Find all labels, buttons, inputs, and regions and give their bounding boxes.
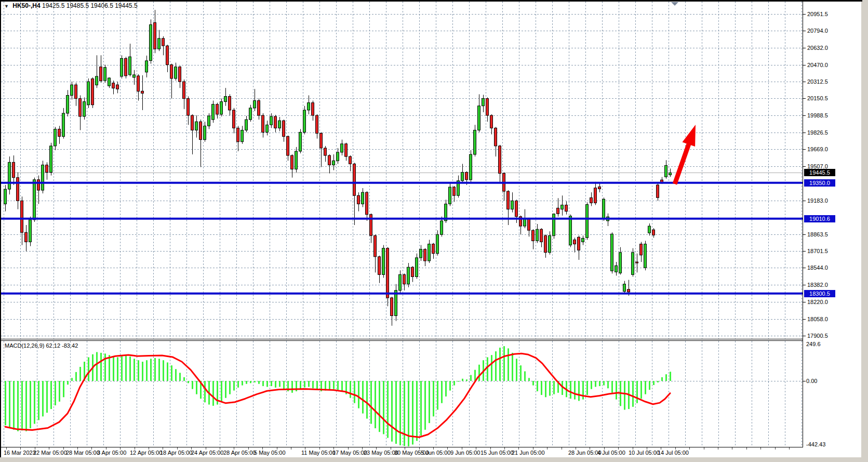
candle-bear[interactable]: [640, 244, 643, 255]
candle-bear[interactable]: [229, 96, 231, 110]
candle-bull[interactable]: [175, 67, 177, 78]
candle-bear[interactable]: [353, 164, 356, 195]
candle-bear[interactable]: [486, 99, 489, 115]
candle-bear[interactable]: [283, 121, 285, 136]
candle-bull[interactable]: [42, 165, 44, 190]
candle-bear[interactable]: [657, 185, 659, 197]
candle-bull[interactable]: [245, 120, 248, 130]
candle-bull[interactable]: [266, 125, 269, 132]
candle-bull[interactable]: [549, 235, 551, 252]
candle-bull[interactable]: [669, 173, 672, 175]
candle-bull[interactable]: [50, 146, 52, 173]
candle-bull[interactable]: [253, 101, 256, 108]
candle-bear[interactable]: [21, 201, 23, 232]
candle-bull[interactable]: [440, 221, 443, 234]
candle-bear[interactable]: [12, 162, 15, 177]
candle-bull[interactable]: [407, 267, 410, 284]
candle-bear[interactable]: [141, 91, 144, 93]
candle-bull[interactable]: [582, 238, 584, 242]
candle-bull[interactable]: [96, 76, 98, 85]
candle-bear[interactable]: [403, 274, 406, 284]
candle-bear[interactable]: [378, 257, 381, 274]
candle-bull[interactable]: [586, 204, 589, 237]
candle-bear[interactable]: [162, 38, 165, 46]
candle-bull[interactable]: [461, 173, 464, 181]
candle-bull[interactable]: [482, 99, 485, 106]
candle-bull[interactable]: [145, 61, 148, 72]
candle-bull[interactable]: [150, 25, 152, 61]
candle-bull[interactable]: [204, 126, 206, 139]
candle-bull[interactable]: [619, 253, 622, 273]
candle-bull[interactable]: [295, 151, 298, 169]
candle-bull[interactable]: [308, 103, 310, 110]
candle-bear[interactable]: [262, 115, 264, 132]
candle-bear[interactable]: [187, 99, 190, 115]
candle-bear[interactable]: [386, 248, 389, 298]
candle-bull[interactable]: [195, 122, 198, 130]
candle-bear[interactable]: [424, 249, 426, 261]
candle-bull[interactable]: [33, 180, 36, 220]
candle-bull[interactable]: [299, 132, 302, 151]
candle-bull[interactable]: [341, 144, 343, 152]
candle-bear[interactable]: [91, 79, 94, 105]
candle-bear[interactable]: [274, 116, 277, 128]
candle-bull[interactable]: [224, 96, 227, 101]
candle-bear[interactable]: [411, 267, 414, 276]
up-arrow-annotation[interactable]: [673, 125, 696, 185]
candle-bear[interactable]: [544, 235, 547, 252]
candle-bull[interactable]: [104, 68, 106, 81]
candle-bear[interactable]: [652, 230, 655, 235]
candle-bear[interactable]: [25, 232, 28, 242]
candle-bull[interactable]: [536, 229, 539, 241]
candle-bull[interactable]: [420, 249, 422, 258]
chart-shift-marker-icon[interactable]: [671, 2, 678, 6]
candle-bear[interactable]: [495, 128, 497, 146]
candle-bear[interactable]: [432, 244, 435, 254]
symbol-expander-icon[interactable]: ▼: [4, 4, 9, 9]
candle-bear[interactable]: [507, 191, 510, 209]
candle-bear[interactable]: [199, 122, 202, 139]
candle-bear[interactable]: [100, 67, 102, 81]
candle-bear[interactable]: [183, 82, 185, 98]
candle-bull[interactable]: [4, 189, 7, 204]
candle-bear[interactable]: [324, 148, 327, 155]
candle-bull[interactable]: [83, 102, 86, 116]
candle-bull[interactable]: [62, 113, 65, 137]
candle-bull[interactable]: [332, 161, 335, 165]
candle-bull[interactable]: [8, 162, 11, 189]
candle-bull[interactable]: [212, 104, 215, 120]
price-chart-canvas[interactable]: [1, 2, 803, 339]
candle-bull[interactable]: [632, 253, 634, 275]
candle-bear[interactable]: [79, 99, 82, 116]
candle-bear[interactable]: [233, 110, 235, 128]
candle-bear[interactable]: [216, 104, 219, 114]
candle-bear[interactable]: [528, 219, 530, 230]
candle-bull[interactable]: [54, 129, 57, 146]
candle-bull[interactable]: [474, 130, 476, 154]
candle-bull[interactable]: [278, 121, 281, 128]
candle-bull[interactable]: [66, 95, 69, 113]
candle-bull[interactable]: [553, 214, 555, 236]
candle-bear[interactable]: [557, 208, 559, 214]
candle-bull[interactable]: [436, 234, 439, 254]
candle-bear[interactable]: [320, 133, 323, 148]
candle-bear[interactable]: [58, 129, 61, 136]
candle-bear[interactable]: [578, 237, 580, 250]
candle-bull[interactable]: [603, 199, 605, 218]
candle-bear[interactable]: [636, 262, 638, 263]
candle-bear[interactable]: [137, 76, 140, 91]
candle-bull[interactable]: [569, 216, 572, 245]
candle-bull[interactable]: [623, 284, 626, 292]
candle-bear[interactable]: [590, 197, 593, 203]
candle-bear[interactable]: [75, 85, 77, 98]
candle-bear[interactable]: [37, 180, 40, 190]
candle-bear[interactable]: [573, 240, 576, 244]
candle-bear[interactable]: [125, 58, 127, 75]
candle-bull[interactable]: [71, 85, 73, 95]
candle-bull[interactable]: [241, 130, 244, 141]
candle-bear[interactable]: [46, 165, 48, 172]
candle-bull[interactable]: [303, 110, 306, 133]
candle-bull[interactable]: [362, 192, 364, 204]
candle-bull[interactable]: [133, 75, 136, 77]
candle-bull[interactable]: [561, 205, 564, 209]
